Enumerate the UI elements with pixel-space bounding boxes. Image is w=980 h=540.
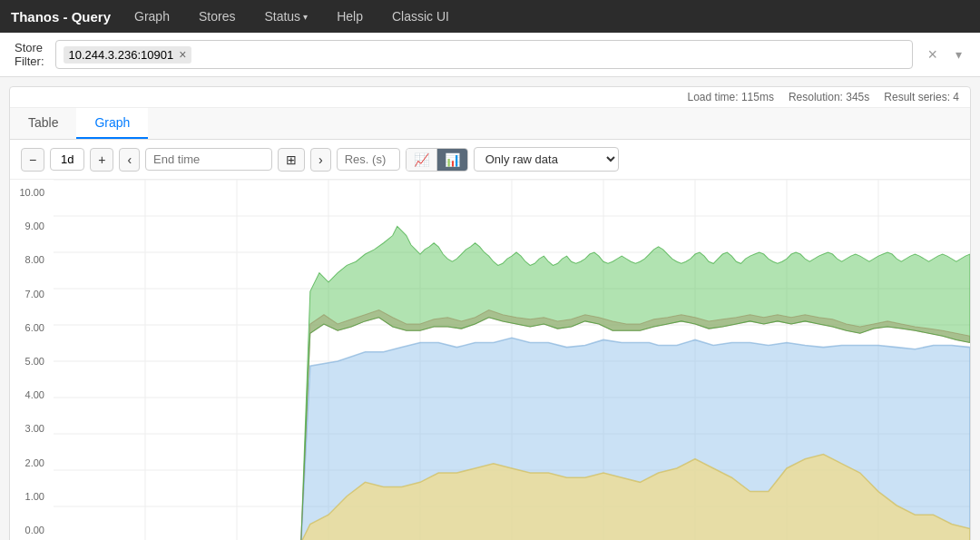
- navbar-item-help[interactable]: Help: [331, 5, 368, 27]
- result-series-text: Result series: 4: [884, 91, 959, 103]
- store-tag-value: 10.244.3.236:10901: [69, 48, 174, 62]
- minus-button[interactable]: −: [21, 148, 44, 172]
- y-label-1: 1.00: [14, 491, 50, 502]
- next-button[interactable]: ›: [310, 148, 331, 172]
- navbar-item-graph[interactable]: Graph: [129, 5, 175, 27]
- y-label-9: 9.00: [14, 221, 50, 231]
- y-label-8: 8.00: [14, 254, 50, 265]
- end-time-input[interactable]: [145, 148, 272, 171]
- store-tag: 10.244.3.236:10901 ×: [64, 46, 192, 64]
- store-filter-label: Store Filter:: [15, 41, 44, 68]
- area-chart-button[interactable]: 📊: [437, 149, 467, 171]
- store-filter-clear-icon[interactable]: ×: [924, 45, 941, 64]
- y-label-5: 5.00: [14, 356, 50, 367]
- chart-inner: [54, 180, 970, 540]
- navbar-brand: Thanos - Query: [11, 9, 111, 25]
- resolution-input[interactable]: [337, 148, 400, 171]
- tab-graph[interactable]: Graph: [76, 108, 148, 139]
- line-chart-button[interactable]: 📈: [407, 149, 437, 171]
- prev-button[interactable]: ‹: [119, 148, 140, 172]
- y-axis: 10.00 9.00 8.00 7.00 6.00 5.00 4.00 3.00…: [10, 180, 54, 540]
- chart-container: 10.00 9.00 8.00 7.00 6.00 5.00 4.00 3.00…: [10, 180, 970, 540]
- main-panel: Load time: 115ms Resolution: 345s Result…: [9, 86, 971, 540]
- y-label-10: 10.00: [14, 187, 50, 198]
- store-filter-chevron-icon[interactable]: ▾: [952, 47, 965, 62]
- y-label-0: 0.00: [14, 525, 50, 535]
- load-time-bar: Load time: 115ms Resolution: 345s Result…: [10, 87, 970, 108]
- navbar-item-status[interactable]: Status ▾: [259, 5, 313, 27]
- plus-button[interactable]: +: [90, 148, 113, 172]
- tab-table[interactable]: Table: [10, 108, 76, 139]
- calendar-icon-button[interactable]: ⊞: [278, 148, 305, 172]
- y-label-6: 6.00: [14, 322, 50, 333]
- load-time-text: Load time: 115ms: [688, 91, 774, 103]
- chart-area: 10.00 9.00 8.00 7.00 6.00 5.00 4.00 3.00…: [10, 180, 970, 540]
- y-label-7: 7.00: [14, 289, 50, 299]
- store-filter-input[interactable]: 10.244.3.236:10901 ×: [55, 40, 914, 69]
- graph-toolbar: − + ‹ ⊞ › 📈 📊 Only raw data Low resoluti…: [10, 140, 970, 180]
- chart-type-toggle: 📈 📊: [406, 148, 468, 172]
- duration-input[interactable]: [50, 148, 84, 171]
- navbar: Thanos - Query Graph Stores Status ▾ Hel…: [0, 0, 980, 33]
- y-label-4: 4.00: [14, 389, 50, 400]
- chevron-down-icon: ▾: [303, 12, 308, 22]
- store-tag-close-icon[interactable]: ×: [179, 48, 186, 61]
- store-filter-bar: Store Filter: 10.244.3.236:10901 × × ▾: [0, 33, 980, 77]
- chart-svg: [54, 180, 970, 540]
- navbar-item-classic-ui[interactable]: Classic UI: [387, 5, 455, 27]
- data-type-dropdown[interactable]: Only raw data Low resolution High resolu…: [474, 147, 619, 172]
- navbar-item-stores[interactable]: Stores: [193, 5, 240, 27]
- tab-bar: Table Graph: [10, 108, 970, 140]
- resolution-text: Resolution: 345s: [789, 91, 869, 103]
- y-label-2: 2.00: [14, 457, 50, 468]
- y-label-3: 3.00: [14, 423, 50, 434]
